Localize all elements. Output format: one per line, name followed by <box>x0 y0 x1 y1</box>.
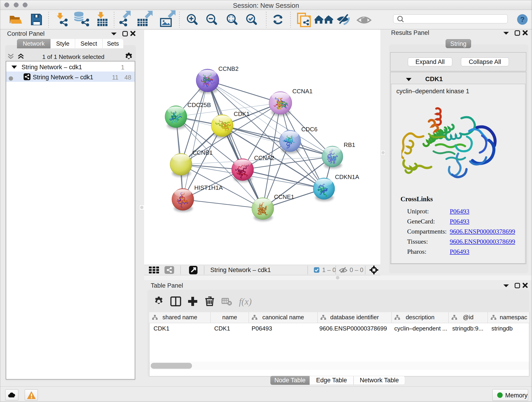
svg-text:f(x): f(x) <box>239 296 252 307</box>
svg-text:CCNB2: CCNB2 <box>218 65 239 72</box>
svg-text:CDC6: CDC6 <box>301 126 317 133</box>
svg-text:CCNA1: CCNA1 <box>292 88 312 95</box>
svg-text:CCNB1: CCNB1 <box>192 149 213 156</box>
svg-text:HIST1H1A: HIST1H1A <box>194 184 223 191</box>
svg-text:CDC25B: CDC25B <box>187 102 211 108</box>
svg-text:1 – 0: 1 – 0 <box>322 267 336 274</box>
svg-text:CCNA2: CCNA2 <box>254 154 274 161</box>
svg-text:?: ? <box>520 15 525 24</box>
svg-text:CDKN1A: CDKN1A <box>335 173 359 180</box>
svg-text:CDK1: CDK1 <box>234 110 249 117</box>
svg-text:String Network – cdk1: String Network – cdk1 <box>210 267 271 274</box>
svg-text:CCNE1: CCNE1 <box>274 193 294 200</box>
svg-text:0 – 0: 0 – 0 <box>350 267 363 274</box>
svg-text:RB1: RB1 <box>344 141 355 148</box>
